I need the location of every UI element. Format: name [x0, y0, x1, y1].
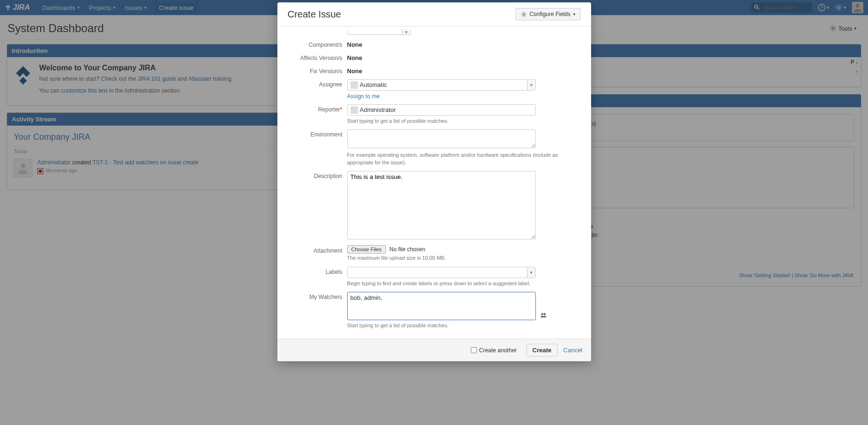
- modal-title: Create Issue: [288, 9, 341, 20]
- svg-point-9: [523, 13, 525, 15]
- configure-fields-button[interactable]: Configure Fields ▾: [516, 8, 580, 20]
- affects-versions-value: None: [347, 53, 583, 61]
- components-value: None: [347, 40, 583, 48]
- reporter-input[interactable]: Administrator: [347, 104, 536, 116]
- chevron-down-icon: ▾: [527, 80, 535, 90]
- modal-overlay: Create Issue Configure Fields ▾ ▾ Compon…: [0, 0, 868, 297]
- attachment-hint: The maximum file upload size is 10.00 MB…: [347, 255, 578, 262]
- assignee-label: Assignee: [286, 79, 347, 88]
- chevron-down-icon: ▾: [527, 267, 535, 278]
- environment-hint: For example operating system, software p…: [347, 152, 578, 166]
- watchers-label: My Watchers: [286, 292, 347, 297]
- labels-hint: Begin typing to find and create labels o…: [347, 280, 578, 287]
- fix-versions-label: Fix Version/s: [286, 66, 347, 75]
- choose-files-button[interactable]: Choose Files: [347, 245, 386, 254]
- gear-icon: [521, 11, 527, 17]
- attachment-label: Attachment: [286, 246, 347, 254]
- components-label: Component/s: [286, 40, 347, 48]
- watchers-input[interactable]: bob, admin,: [347, 292, 536, 297]
- user-icon: [351, 106, 358, 114]
- affects-versions-label: Affects Version/s: [286, 53, 347, 61]
- environment-label: Environment: [286, 129, 347, 138]
- description-textarea[interactable]: This is a test issue.: [347, 171, 536, 239]
- description-label: Description: [286, 171, 347, 179]
- assignee-select[interactable]: Automatic ▾: [347, 79, 536, 91]
- assign-to-me-link[interactable]: Assign to me: [347, 93, 380, 100]
- file-chosen-label: No file chosen: [389, 246, 425, 253]
- create-issue-dialog: Create Issue Configure Fields ▾ ▾ Compon…: [277, 2, 591, 297]
- user-icon: [351, 81, 358, 89]
- fix-versions-value: None: [347, 66, 583, 75]
- chevron-down-icon: ▾: [402, 29, 410, 34]
- labels-label: Labels: [286, 267, 347, 275]
- truncated-select[interactable]: ▾: [347, 29, 411, 35]
- environment-textarea[interactable]: [347, 129, 536, 148]
- reporter-hint: Start typing to get a list of possible m…: [347, 118, 578, 125]
- reporter-label: Reporter: [286, 104, 347, 113]
- chevron-down-icon: ▾: [573, 12, 576, 17]
- labels-select[interactable]: ▾: [347, 267, 536, 278]
